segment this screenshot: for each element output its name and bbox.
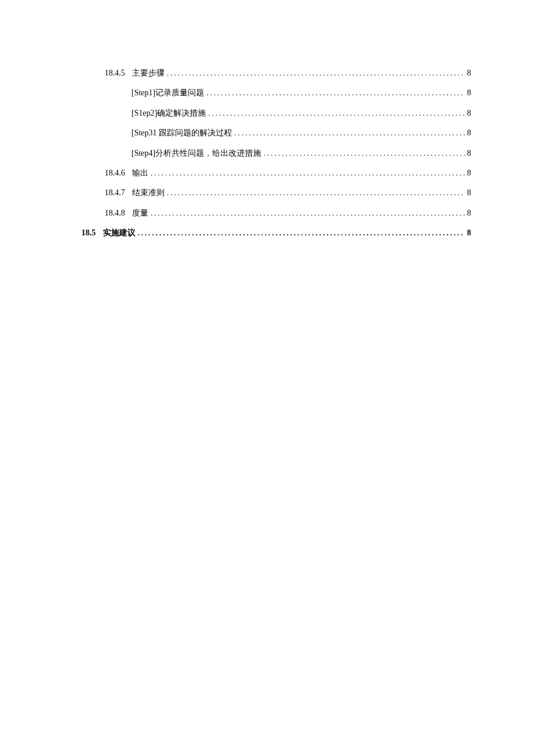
toc-leader-dots [138,227,465,239]
toc-entry: [Step31 跟踪问题的解决过程8 [131,127,471,139]
toc-leader-dots [208,108,465,120]
toc-page-number: 8 [467,67,471,80]
toc-entry: [Step1]记录质量问题8 [131,87,471,99]
toc-leader-dots [167,187,465,199]
toc-entry: 18.4.8度量8 [105,207,471,220]
toc-page-number: 8 [467,87,471,99]
toc-page-number: 8 [467,127,471,139]
toc-leader-dots [234,127,465,139]
toc-entry: 18.4.5主要步骤8 [105,67,471,80]
toc-title: 主要步骤 [132,67,165,80]
toc-title: 度量 [132,207,148,220]
toc-number: 18.5 [81,227,96,239]
toc-leader-dots [167,67,465,80]
toc-title: [Step31 跟踪问题的解决过程 [131,127,232,139]
toc-number: 18.4.5 [105,67,125,80]
toc-container: 18.4.5主要步骤8[Step1]记录质量问题8[S1ep2]确定解决措施8[… [81,67,471,240]
toc-leader-dots [151,207,465,220]
toc-title: 实施建议 [103,227,135,239]
toc-title: 结束准则 [132,187,165,199]
toc-page-number: 8 [467,187,471,199]
toc-title: 输出 [132,167,148,180]
toc-entry: [S1ep2]确定解决措施8 [131,107,471,120]
toc-entry: 18.4.7结束准则8 [105,187,471,199]
toc-leader-dots [206,87,465,99]
toc-page-number: 8 [467,227,471,239]
toc-page-number: 8 [467,167,471,180]
toc-title: [Step1]记录质量问题 [131,87,204,99]
toc-entry: 18.4.6输出8 [105,167,471,180]
toc-page-number: 8 [467,147,471,160]
toc-title: [S1ep2]确定解决措施 [131,107,206,120]
toc-leader-dots [263,148,465,160]
toc-number: 18.4.6 [105,167,125,180]
toc-entry: [Step4]分析共性问题，给出改进措施8 [131,147,471,160]
toc-entry: 18.5实施建议8 [81,227,471,239]
toc-number: 18.4.7 [105,187,125,199]
toc-page-number: 8 [467,207,471,220]
toc-number: 18.4.8 [105,207,125,220]
toc-leader-dots [151,167,465,180]
toc-title: [Step4]分析共性问题，给出改进措施 [131,147,261,160]
toc-page-number: 8 [467,107,471,120]
